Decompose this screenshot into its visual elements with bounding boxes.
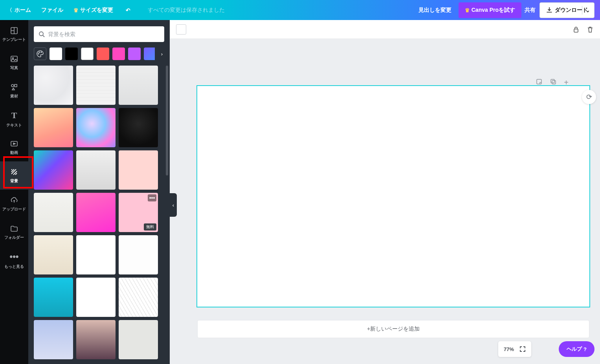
undo-icon[interactable]: ↶ [126,7,130,13]
home-label: ホーム [15,7,31,14]
rail-background-label: 背景 [10,178,18,184]
text-icon: T [11,110,17,121]
page-toolbar [170,20,600,39]
swatch-light[interactable] [81,48,94,60]
thumb-black-marble[interactable] [119,108,158,147]
thumbnails-scroll[interactable]: •••無料 [28,66,170,364]
svg-point-7 [38,53,39,54]
rail-folder[interactable]: フォルダー [0,218,28,246]
lock-icon[interactable] [572,26,580,33]
search-icon [39,31,45,37]
swatch-violet[interactable] [128,48,141,60]
thumb-blush-pink[interactable] [119,150,158,190]
rail-upload[interactable]: アップロード [0,190,28,218]
resize-label: サイズを変更 [80,7,113,14]
change-heading-button[interactable]: 見出しを変更 [418,7,451,14]
thumb-dusk[interactable] [76,320,116,359]
video-icon [10,139,18,148]
thumb-concrete-light[interactable] [119,66,158,105]
swatch-white[interactable] [50,48,62,60]
svg-rect-10 [574,29,578,32]
rail-video[interactable]: 動画 [0,133,28,161]
rail-background[interactable]: 背景 [0,161,28,190]
thumb-grey-plaster[interactable] [119,320,158,359]
try-pro-button[interactable]: ♛ Canva Proを試す [459,2,521,18]
swatch-red[interactable] [97,48,109,60]
canvas-page[interactable] [197,86,589,307]
thumb-teal-paper[interactable] [34,278,73,317]
thumb-brick-white[interactable] [76,66,116,105]
top-right-group: 見出しを変更 ♛ Canva Proを試す 共有 ダウンロード ⌄ [418,2,600,18]
rail-elements[interactable]: 素材 [0,77,28,105]
thumb-marble-white[interactable] [34,66,73,105]
rail-photos[interactable]: 写真 [0,48,28,77]
thumb-orange-dots[interactable] [119,235,158,274]
thumb-floral-white[interactable] [76,235,116,274]
thumb-magenta-gradient[interactable] [76,193,116,232]
refresh-icon: ⟳ [586,93,592,101]
canvas-area: + ⟳ +新しいページを追加 77% ヘルプ ? [170,39,600,364]
thumb-paint-swirl[interactable] [76,108,116,147]
chevron-right-icon: › [161,51,163,57]
swatch-pink[interactable] [112,48,125,60]
rail-photos-label: 写真 [10,65,18,71]
thumb-sand[interactable] [34,235,73,274]
rail-more[interactable]: ••• もっと見る [0,246,28,274]
zoom-control[interactable]: 77% [498,341,531,357]
trash-icon[interactable] [587,26,594,33]
svg-point-6 [39,32,43,36]
svg-rect-4 [15,84,17,87]
nav-rail: テンプレート 写真 素材 T テキスト 動画 背景 アップロード フォルダー •… [0,20,28,364]
thumb-white-waves[interactable] [119,278,158,317]
page-color-picker[interactable] [176,24,186,35]
free-badge: 無料 [144,223,156,230]
chevron-left-icon: ‹ [172,202,174,208]
scrollbar[interactable] [166,66,168,176]
svg-point-9 [41,52,42,53]
thumb-options-icon[interactable]: ••• [148,194,156,201]
chevron-down-icon[interactable]: ⌄ [585,7,590,13]
thumb-rainbow-smoke[interactable] [76,278,116,317]
templates-icon [10,26,18,35]
rail-video-label: 動画 [10,150,18,155]
fullscreen-icon[interactable] [519,346,526,352]
top-bar: 〈 ホーム ファイル ♛ サイズを変更 ↶ すべての変更は保存されました 見出し… [0,0,600,20]
home-button[interactable]: 〈 ホーム [7,7,31,14]
add-page-button[interactable]: +新しいページを追加 [197,320,589,338]
rail-text[interactable]: T テキスト [0,105,28,133]
download-icon [546,7,552,13]
toolbar-right [572,26,594,33]
file-button[interactable]: ファイル [41,7,63,14]
thumb-crumpled-paper[interactable] [76,150,116,190]
swatch-color-picker[interactable] [34,48,46,60]
swatches-next[interactable]: › [155,48,169,60]
svg-rect-12 [551,79,554,83]
more-icon: ••• [9,252,18,262]
help-icon: ? [583,346,587,352]
color-swatches: › [28,48,170,66]
download-button[interactable]: ダウンロード ⌄ [539,2,594,18]
collapse-panel[interactable]: ‹ [170,193,177,217]
divider [582,6,582,15]
thumb-plaster[interactable] [34,193,73,232]
share-button[interactable]: 共有 [525,7,536,14]
resize-button[interactable]: ♛ サイズを変更 [73,7,113,14]
chevron-left-icon: 〈 [7,7,12,14]
thumb-poly-rainbow[interactable] [34,150,73,190]
swatch-black[interactable] [65,48,78,60]
elements-icon [10,83,18,91]
search-input[interactable] [48,31,160,37]
search-box[interactable] [34,26,164,42]
rail-templates[interactable]: テンプレート [0,20,28,48]
help-button[interactable]: ヘルプ ? [559,341,594,357]
search-wrap [28,20,170,48]
try-pro-label: Canva Proを試す [472,7,515,14]
refresh-button[interactable]: ⟳ [582,90,596,104]
thumb-daisies[interactable]: •••無料 [119,193,158,232]
thumb-peach-gradient[interactable] [34,108,73,147]
rail-templates-label: テンプレート [2,37,26,42]
svg-rect-11 [537,79,541,84]
thumb-blue-sky[interactable] [34,320,73,359]
rail-more-label: もっと見る [4,264,24,269]
thumbnails-grid: •••無料 [34,66,164,359]
